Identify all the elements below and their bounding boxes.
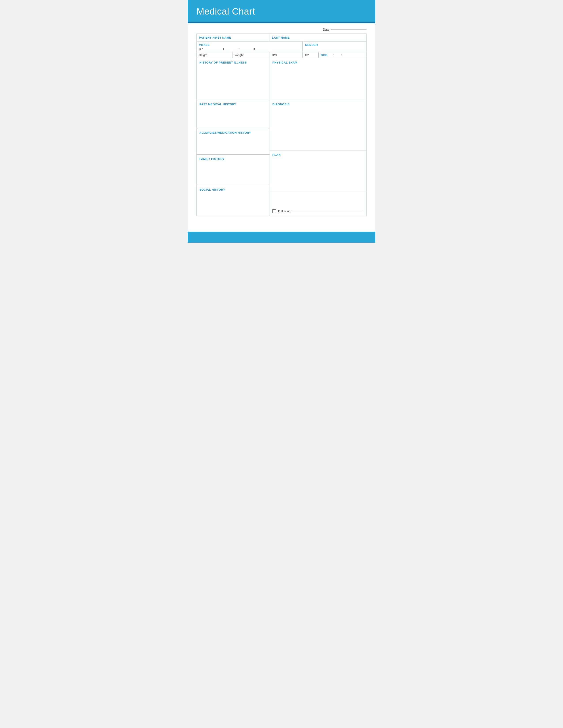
history-illness-content[interactable] bbox=[199, 64, 267, 98]
height-cell: Height bbox=[197, 52, 232, 58]
p-label: P bbox=[237, 47, 239, 51]
page-title: Medical Chart bbox=[196, 6, 367, 17]
r-label: R bbox=[253, 47, 255, 51]
main-form-table: PATIENT FIRST NAME LAST NAME VITALS BP T… bbox=[196, 34, 367, 216]
follow-up-line[interactable] bbox=[293, 211, 364, 211]
past-medical-section: PAST MEDICAL HISTORY bbox=[197, 100, 269, 128]
past-medical-content[interactable] bbox=[199, 106, 267, 126]
date-label: Date bbox=[323, 28, 330, 31]
physical-exam-content[interactable] bbox=[272, 64, 364, 98]
bmi-label: BMI bbox=[272, 53, 277, 57]
history-physical-row: HISTORY OF PRESENT ILLNESS PHYSICAL EXAM bbox=[197, 58, 367, 100]
weight-label: Weight bbox=[235, 53, 243, 57]
diagnosis-section: DIAGNOSIS bbox=[270, 100, 366, 150]
lower-sections-row: PAST MEDICAL HISTORY ALLERGIES/MEDICATIO… bbox=[197, 100, 367, 216]
diagnosis-content[interactable] bbox=[272, 106, 364, 148]
family-history-section: FAMILY HISTORY bbox=[197, 155, 269, 185]
date-row: Date bbox=[196, 28, 367, 31]
social-history-label: SOCIAL HISTORY bbox=[199, 188, 225, 191]
follow-up-section: Follow up bbox=[270, 192, 366, 215]
history-illness-label: HISTORY OF PRESENT ILLNESS bbox=[199, 61, 247, 64]
follow-up-space bbox=[272, 194, 364, 208]
gender-cell: GENDER bbox=[303, 41, 367, 52]
height-label: Height bbox=[199, 53, 207, 57]
plan-label: PLAN bbox=[272, 153, 280, 156]
allergies-section: ALLERGIES/MEDICATION HISTORY bbox=[197, 128, 269, 155]
allergies-label: ALLERGIES/MEDICATION HISTORY bbox=[199, 131, 251, 134]
patient-name-row: PATIENT FIRST NAME LAST NAME bbox=[197, 34, 367, 41]
medical-chart-page: Medical Chart Date PATIENT FIRST NAME LA… bbox=[188, 0, 375, 243]
physical-exam-label: PHYSICAL EXAM bbox=[272, 61, 298, 64]
patient-last-name-cell: LAST NAME bbox=[269, 34, 366, 41]
follow-up-label: Follow up bbox=[278, 210, 291, 213]
page-header: Medical Chart bbox=[188, 0, 375, 22]
history-illness-cell: HISTORY OF PRESENT ILLNESS bbox=[197, 58, 270, 100]
header-stripe bbox=[188, 22, 375, 23]
vitals-cell: VITALS BP T P R bbox=[197, 41, 303, 52]
social-history-content[interactable] bbox=[199, 191, 267, 214]
dob-slash-1: / bbox=[333, 53, 334, 57]
measurements-row: Height Weight BMI O2 DOB / / bbox=[197, 52, 367, 58]
o2-label: O2 bbox=[305, 53, 309, 57]
family-history-content[interactable] bbox=[199, 161, 267, 183]
plan-section: PLAN bbox=[270, 150, 366, 192]
past-medical-label: PAST MEDICAL HISTORY bbox=[199, 103, 236, 106]
dob-label: DOB bbox=[321, 53, 328, 57]
patient-first-name-cell: PATIENT FIRST NAME bbox=[197, 34, 270, 41]
allergies-content[interactable] bbox=[199, 135, 267, 152]
bmi-cell: BMI bbox=[269, 52, 303, 58]
dob-cell: DOB / / bbox=[319, 52, 367, 58]
o2-cell: O2 bbox=[303, 52, 319, 58]
right-lower-cell: DIAGNOSIS PLAN Follow up bbox=[269, 100, 366, 216]
physical-exam-cell: PHYSICAL EXAM bbox=[269, 58, 366, 100]
patient-last-name-label: LAST NAME bbox=[272, 36, 290, 39]
t-label: T bbox=[222, 47, 224, 51]
bp-label: BP bbox=[199, 47, 203, 51]
diagnosis-label: DIAGNOSIS bbox=[272, 103, 290, 106]
plan-content[interactable] bbox=[272, 157, 364, 190]
form-content: Date PATIENT FIRST NAME LAST NAME VITALS… bbox=[188, 23, 375, 227]
page-footer bbox=[188, 232, 375, 243]
social-history-section: SOCIAL HISTORY bbox=[197, 185, 269, 216]
follow-up-row: Follow up bbox=[272, 209, 364, 213]
follow-up-checkbox[interactable] bbox=[272, 209, 276, 213]
left-lower-cell: PAST MEDICAL HISTORY ALLERGIES/MEDICATIO… bbox=[197, 100, 270, 216]
bp-row: BP T P R bbox=[199, 47, 300, 51]
weight-cell: Weight bbox=[232, 52, 269, 58]
dob-slash-2: / bbox=[341, 53, 342, 57]
family-history-label: FAMILY HISTORY bbox=[199, 157, 224, 161]
patient-first-name-label: PATIENT FIRST NAME bbox=[199, 36, 231, 39]
vitals-row: VITALS BP T P R GENDER bbox=[197, 41, 367, 52]
vitals-label: VITALS bbox=[199, 43, 209, 47]
gender-label: GENDER bbox=[305, 43, 318, 47]
